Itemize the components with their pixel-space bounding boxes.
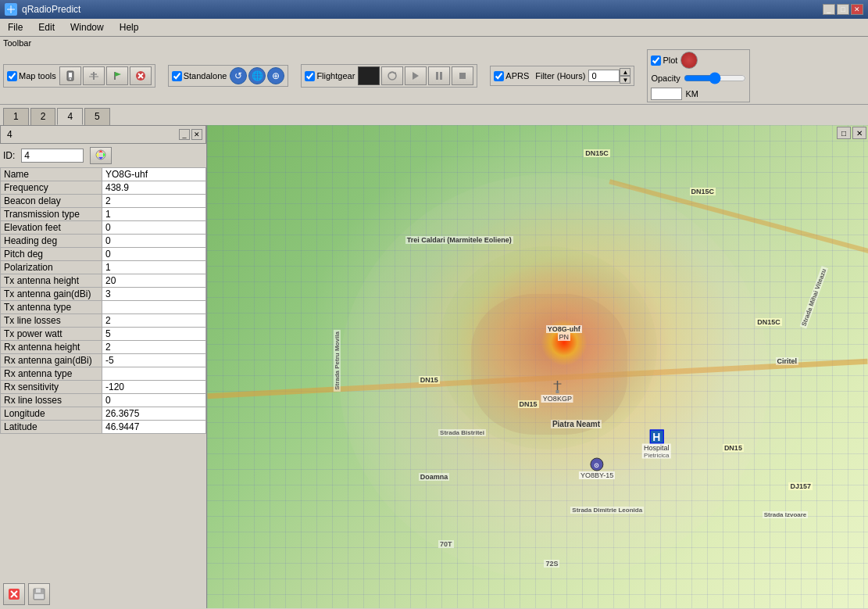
prop-label-1: Frequency [1,181,102,195]
label-ciritel: Ciritel [776,357,799,365]
property-row-15: Rx antenna type [1,367,206,381]
tab-2[interactable]: 2 [30,108,56,125]
label-doamna: Doamna [419,473,450,481]
property-row-14: Rx antenna gain(dBi) [1,354,206,367]
prop-input-18[interactable] [105,408,202,419]
filter-label: Filter (Hours) [535,71,585,81]
save-button[interactable] [28,583,50,605]
prop-input-3[interactable] [105,209,202,220]
panel-minimize-button[interactable]: _ [179,129,190,140]
prop-input-9[interactable] [105,288,202,299]
black-square-button[interactable] [358,66,380,85]
standalone-checkbox[interactable]: Standalone [172,71,227,81]
map-ctrl-1[interactable]: □ [837,127,851,139]
prop-input-13[interactable] [105,342,202,353]
flag-button[interactable] [106,66,128,85]
prop-input-11[interactable] [105,315,202,326]
svg-rect-25 [36,589,41,593]
id-input[interactable] [21,149,84,163]
prop-input-2[interactable] [105,195,202,206]
standalone-check[interactable] [172,71,182,81]
prop-value-18 [102,407,206,421]
aprs-check[interactable] [494,71,504,81]
maximize-button[interactable]: □ [837,4,849,15]
close-button[interactable]: ✕ [851,4,863,15]
refresh-outline-button[interactable] [381,66,403,85]
label-piatra-neamt: Piatra Neamt [551,420,602,428]
filter-down-button[interactable]: ▼ [620,76,630,84]
stop-circle-button[interactable] [680,52,698,69]
map-area[interactable]: DN15C DN15C DN15C DN15 DN15 DN15 DJ157 T… [207,125,868,608]
prop-input-5[interactable] [105,235,202,246]
svg-marker-16 [413,72,419,80]
pause-button[interactable] [428,66,450,85]
prop-input-15[interactable] [105,368,202,379]
flightgear-check[interactable] [305,71,315,81]
delete-button[interactable] [3,583,25,605]
antenna-button[interactable] [83,66,105,85]
aprs-checkbox[interactable]: APRS [494,71,529,81]
prop-input-17[interactable] [105,395,202,406]
prop-label-7: Polarization [1,261,102,274]
prop-label-16: Rx sensitivity [1,381,102,394]
prop-input-6[interactable] [105,249,202,260]
play-button[interactable] [405,66,427,85]
label-72s: 72S [544,560,559,568]
content-area: 4 _ ✕ ID: [0,125,868,608]
menu-help[interactable]: Help [115,20,144,34]
flightgear-buttons [358,66,473,85]
mobile-button[interactable] [59,66,81,85]
tab-4[interactable]: 4 [57,108,83,125]
panel-close-button[interactable]: ✕ [191,129,202,140]
prop-input-12[interactable] [105,328,202,339]
minimize-button[interactable]: _ [823,4,835,15]
panel-title: 4 [4,127,16,142]
menu-window[interactable]: Window [66,20,109,34]
prop-input-19[interactable] [105,421,202,432]
svg-rect-29 [555,390,559,393]
prop-value-1 [102,181,206,195]
filter-up-button[interactable]: ▲ [620,68,630,76]
plot-checkbox[interactable]: Plot [651,56,677,66]
prop-value-6 [102,248,206,261]
title-bar-controls: _ □ ✕ [823,4,863,15]
menu-edit[interactable]: Edit [34,20,59,34]
property-row-16: Rx sensitivity [1,381,206,394]
map-tools-check[interactable] [7,71,17,81]
prop-input-8[interactable] [105,275,202,286]
prop-value-7 [102,261,206,274]
prop-input-0[interactable] [105,169,202,180]
id-color-button[interactable] [90,147,112,164]
map-ctrl-2[interactable]: ✕ [852,127,866,139]
refresh-blue-button[interactable]: ↺ [230,67,247,84]
stop2-button[interactable] [452,66,473,85]
prop-label-4: Elevation feet [1,221,102,235]
property-row-18: Longitude [1,407,206,421]
prop-input-7[interactable] [105,262,202,273]
prop-input-10[interactable] [105,302,202,313]
label-dn15-3: DN15 [723,444,744,452]
station-yo8kgp: YO8KGP [541,379,573,403]
prop-input-14[interactable] [105,355,202,366]
svg-rect-26 [34,594,44,599]
label-strada-bistritei: Strada Bistritei [438,429,486,436]
prop-label-9: Tx antenna gain(dBi) [1,288,102,301]
plot-section: Plot Opacity KM [647,49,749,102]
prop-value-19 [102,421,206,434]
km-input[interactable] [651,88,682,100]
prop-input-4[interactable] [105,222,202,233]
stop-button[interactable] [130,66,152,85]
opacity-slider[interactable] [684,72,746,84]
prop-input-16[interactable] [105,382,202,392]
prop-input-1[interactable] [105,182,202,193]
plot-check[interactable] [651,56,661,66]
menu-file[interactable]: File [3,20,27,34]
globe-button[interactable]: 🌐 [248,67,266,84]
map-tools-checkbox[interactable]: Map tools [7,71,56,81]
flightgear-checkbox[interactable]: Flightgear [305,71,355,81]
prop-label-19: Latitude [1,421,102,434]
tab-1[interactable]: 1 [3,108,29,125]
aprs-filter-input[interactable] [588,70,620,82]
tab-5[interactable]: 5 [84,108,110,125]
network-button[interactable]: ⊕ [267,67,284,84]
